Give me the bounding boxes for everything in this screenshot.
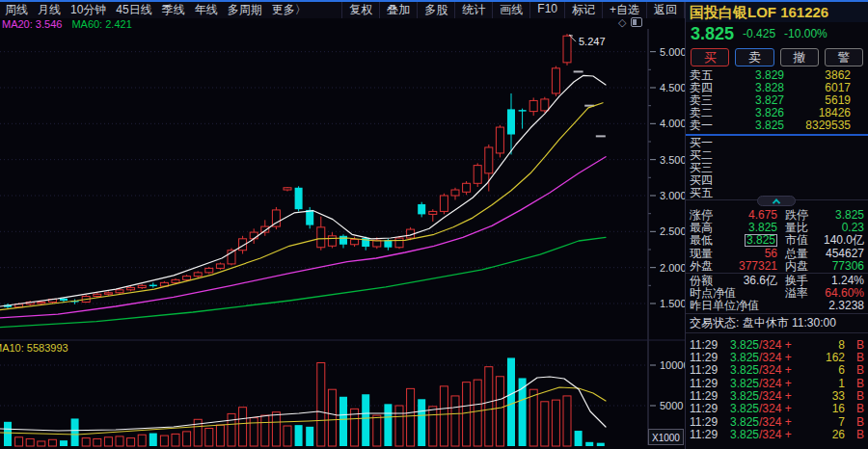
tick-row: 11:293.825/324 +8B	[686, 339, 868, 352]
tick-row: 11:293.825/324 +162B	[686, 352, 868, 364]
action-button-卖[interactable]: 卖	[735, 48, 773, 66]
stat-label: 现量	[690, 248, 724, 260]
queue-volume	[784, 162, 864, 174]
svg-text:3.000: 3.000	[660, 190, 685, 201]
stat-value: 2.3238	[810, 300, 864, 312]
svg-text:2.000: 2.000	[660, 262, 685, 274]
svg-text:5.000: 5.000	[660, 46, 685, 58]
tick-price: 3.825	[730, 416, 759, 429]
tick-volume: 26	[792, 429, 851, 441]
queue-price	[728, 162, 784, 174]
action-buttons: 买卖撤警	[686, 45, 868, 69]
tab-period-6[interactable]: 多周期	[223, 2, 267, 18]
tab-period-1[interactable]: 月线	[33, 2, 66, 18]
stat-value-text: 3.825	[745, 234, 777, 247]
stat-row: 外盘377321内盘77306	[686, 260, 868, 273]
fund-stat-row: 昨日单位净值2.3238	[686, 300, 868, 312]
period-toolbar: 周线月线10分钟45日线季线年线多周期更多〉 复权叠加多股统计画线F10标记+自…	[0, 2, 685, 18]
tick-volume: 7	[792, 416, 851, 429]
action-button-买[interactable]: 买	[691, 48, 729, 66]
diamond-icon[interactable]: ◇	[618, 17, 626, 27]
tick-count: /324 +	[759, 352, 792, 364]
ma20-label: MA20: 3.546	[2, 18, 62, 30]
bid-row[interactable]: 买四	[686, 174, 868, 187]
tick-side: B	[851, 403, 864, 415]
svg-text:4.500: 4.500	[660, 82, 685, 93]
tab-period-4[interactable]: 季线	[157, 2, 190, 18]
price-change: -0.425	[743, 27, 775, 40]
stat-value-text: 2.3238	[828, 299, 864, 312]
queue-volume: 8329535	[784, 119, 864, 132]
svg-text:1.500: 1.500	[660, 298, 685, 309]
tab-period-3[interactable]: 45日线	[111, 2, 156, 18]
chevron-up-icon	[773, 198, 780, 206]
tick-count: /324 +	[759, 390, 792, 403]
toolbar-button-0[interactable]: 复权	[341, 2, 379, 18]
toolbar-button-8[interactable]: 返回	[646, 2, 685, 18]
queue-price	[728, 174, 784, 187]
svg-text:2.500: 2.500	[660, 225, 685, 237]
svg-text:MA10: 5583993: MA10: 5583993	[0, 342, 68, 354]
stat-value-text: 4.675	[748, 208, 777, 222]
tick-time: 11:29	[690, 429, 730, 441]
panel-toggle-icon[interactable]	[631, 17, 642, 27]
toolbar-button-1[interactable]: 叠加	[379, 2, 417, 18]
ma60-label: MA60: 2.421	[71, 18, 131, 30]
tick-time: 11:29	[690, 416, 730, 429]
tick-price: 3.825	[730, 429, 759, 441]
toolbar-button-4[interactable]: 画线	[492, 2, 529, 18]
svg-text:3.500: 3.500	[660, 154, 685, 166]
stats-block: 涨停4.675跌停3.825最高3.825量比0.23最低3.825市值140.…	[686, 200, 868, 273]
bid-row[interactable]: 买一	[686, 137, 868, 149]
stat-value-text: 36.6亿	[744, 274, 777, 287]
tick-count: /324 +	[759, 339, 792, 352]
stat-value-text: 0.23	[842, 221, 864, 234]
tick-time: 11:29	[690, 403, 730, 415]
bid-row[interactable]: 买三	[686, 162, 868, 174]
fund-stats-block: 份额36.6亿换手1.24%时点净值溢率64.60%昨日单位净值2.3238	[686, 274, 868, 313]
toolbar-button-6[interactable]: 标记	[564, 2, 602, 18]
tick-price: 3.825	[730, 403, 759, 415]
action-button-撤[interactable]: 撤	[780, 48, 819, 66]
chart-corner-icons: ◇	[618, 17, 642, 27]
tick-side: B	[851, 352, 864, 364]
tick-time: 11:29	[690, 339, 730, 352]
price-row: 3.825 -0.425 -10.00%	[686, 22, 868, 45]
ask-queue: 卖五3.8293862卖四3.8286017卖三3.8275619卖二3.826…	[686, 69, 868, 132]
tick-count: /324 +	[759, 403, 792, 415]
tick-row: 11:293.825/324 +1B	[686, 378, 868, 390]
queue-volume	[784, 187, 864, 199]
toolbar-button-2[interactable]: 多股	[417, 2, 454, 18]
ask-row[interactable]: 卖一3.8258329535	[686, 119, 868, 132]
tab-period-5[interactable]: 年线	[190, 2, 223, 18]
svg-text:10000: 10000	[660, 359, 685, 371]
action-button-警[interactable]: 警	[825, 48, 863, 66]
queue-price: 3.825	[728, 119, 784, 132]
svg-text:4.000: 4.000	[660, 118, 685, 129]
bid-row[interactable]: 买二	[686, 149, 868, 162]
tick-volume: 33	[792, 390, 851, 403]
tick-side: B	[851, 390, 864, 403]
tick-row: 11:293.825/324 +7B	[686, 416, 868, 429]
tick-volume: 8	[792, 339, 851, 352]
tick-volume: 1	[792, 378, 851, 390]
stock-title: 国投白银LOF 161226	[686, 2, 868, 22]
toolbar-button-3[interactable]: 统计	[454, 2, 492, 18]
tab-period-2[interactable]: 10分钟	[66, 2, 111, 18]
tick-row: 11:293.825/324 +16B	[686, 403, 868, 415]
tick-price: 3.825	[730, 364, 759, 377]
tab-period-0[interactable]: 周线	[0, 2, 33, 18]
bid-ask-divider	[686, 134, 868, 136]
toolbar-button-5[interactable]: F10	[529, 2, 564, 18]
stat-value-text: 140.0亿	[824, 233, 864, 247]
tab-period-7[interactable]: 更多〉	[267, 2, 312, 18]
queue-volume	[784, 137, 864, 149]
tick-row: 11:293.825/324 +33B	[686, 390, 868, 403]
stat-value-text: 56	[765, 247, 777, 260]
collapse-pill[interactable]	[757, 196, 796, 206]
queue-volume	[784, 149, 864, 162]
candlestick-chart[interactable]: 5.0004.5004.0003.5003.0002.5002.0001.500…	[0, 0, 685, 449]
tick-count: /324 +	[759, 364, 792, 377]
quote-panel: 国投白银LOF 161226 3.825 -0.425 -10.00% 买卖撤警…	[685, 2, 868, 449]
tick-row: 11:293.825/324 +26B	[686, 429, 868, 441]
